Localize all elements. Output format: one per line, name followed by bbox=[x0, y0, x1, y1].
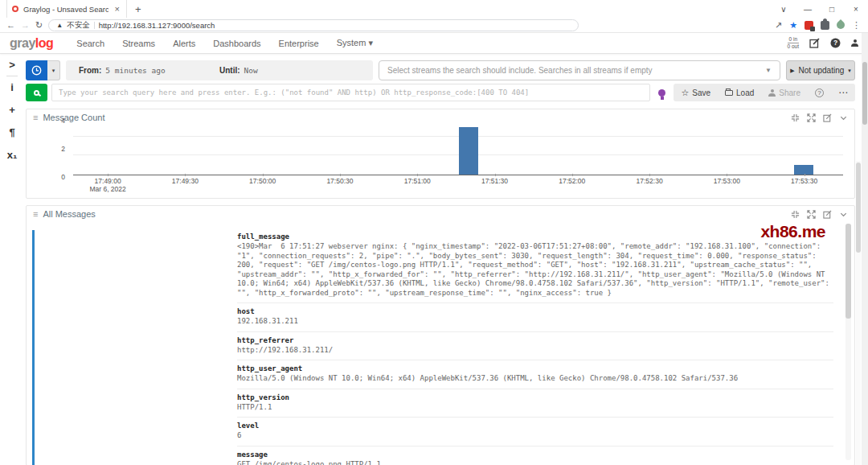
nav-item-enterprise[interactable]: Enterprise bbox=[270, 39, 328, 48]
widget-scrollbar[interactable] bbox=[845, 224, 851, 460]
time-range-display[interactable]: From: 5 minutes ago Until: Now bbox=[66, 60, 373, 80]
url-divider bbox=[94, 22, 95, 29]
field-name[interactable]: level bbox=[237, 422, 833, 430]
x-tick-label: 17:52:30 bbox=[637, 177, 663, 185]
graylog-navbar: graylog SearchStreamsAlertsDashboardsEnt… bbox=[0, 33, 868, 54]
expand-icon[interactable] bbox=[807, 113, 816, 122]
graylog-favicon-icon bbox=[12, 6, 18, 12]
field-name[interactable]: http_user_agent bbox=[237, 364, 833, 372]
field-name[interactable]: http_referrer bbox=[237, 336, 833, 344]
compose-icon[interactable] bbox=[809, 38, 820, 48]
chevron-down-icon: ▼ bbox=[765, 67, 772, 74]
highlighting-icon[interactable]: ¶ bbox=[9, 127, 14, 138]
navbar-right: 0 in 0 out ? bbox=[788, 36, 858, 50]
query-row: ☆ Save Load Share ? ⋯ bbox=[26, 84, 855, 101]
time-range-type-button[interactable] bbox=[26, 60, 47, 80]
message-field: host192.168.31.211 bbox=[237, 303, 833, 332]
search-actions: ☆ Save Load Share ? ⋯ bbox=[674, 84, 855, 101]
create-icon[interactable]: + bbox=[9, 105, 15, 115]
star-icon: ☆ bbox=[681, 88, 689, 98]
share-person-icon bbox=[768, 89, 776, 97]
help-icon[interactable]: ? bbox=[830, 38, 841, 48]
share-icon[interactable]: ↗ bbox=[775, 20, 782, 31]
x-tick-mark bbox=[649, 174, 650, 176]
x-tick-mark bbox=[417, 174, 418, 176]
field-name[interactable]: host bbox=[237, 307, 833, 315]
query-input[interactable] bbox=[51, 84, 650, 101]
nav-item-alerts[interactable]: Alerts bbox=[164, 39, 204, 48]
reload-button[interactable]: ↻ bbox=[35, 20, 43, 31]
x-tick-label: 17:52:00 bbox=[559, 177, 585, 185]
save-button[interactable]: ☆ Save bbox=[674, 84, 718, 101]
nav-item-dashboards[interactable]: Dashboards bbox=[204, 39, 269, 48]
x-tick-label: 17:53:30 bbox=[791, 177, 817, 185]
info-icon[interactable]: i bbox=[10, 82, 14, 93]
url-box[interactable]: ▲ 不安全 http://192.168.31.127:9000/search bbox=[48, 19, 579, 31]
time-range-row: ▾ From: 5 minutes ago Until: Now Select … bbox=[26, 60, 855, 80]
tab-search-chevron-icon[interactable]: ∨ bbox=[772, 5, 796, 14]
user-avatar-icon[interactable] bbox=[851, 39, 858, 47]
page-scrollbar[interactable] bbox=[862, 33, 868, 465]
field-value: HTTP/1.1 bbox=[237, 403, 833, 413]
extension-green-icon[interactable] bbox=[835, 19, 846, 31]
bookmark-star-icon[interactable]: ★ bbox=[789, 20, 797, 31]
widget-title: All Messages bbox=[43, 209, 95, 219]
nav-item-streams[interactable]: Streams bbox=[113, 39, 164, 48]
message-field: level6 bbox=[237, 418, 833, 446]
field-name[interactable]: http_version bbox=[237, 393, 833, 401]
x-tick-mark bbox=[495, 174, 496, 176]
tab-strip: Graylog - Unsaved Search × + ∨ — □ × bbox=[0, 0, 868, 18]
edit-icon[interactable] bbox=[823, 113, 832, 122]
fields-icon[interactable]: x₁ bbox=[7, 150, 18, 160]
field-name[interactable]: message bbox=[237, 451, 833, 459]
nav-item-system[interactable]: System ▾ bbox=[328, 38, 382, 48]
refresh-button[interactable]: ▶ Not updating ▾ bbox=[786, 60, 855, 80]
more-actions-button[interactable]: ⋯ bbox=[831, 84, 855, 101]
address-bar: ← → ↻ ▲ 不安全 http://192.168.31.127:9000/s… bbox=[0, 18, 868, 33]
load-button[interactable]: Load bbox=[718, 84, 761, 101]
browser-menu-icon[interactable]: ⋮ bbox=[852, 20, 862, 31]
time-range-caret-button[interactable]: ▾ bbox=[47, 60, 60, 80]
collapse-icon[interactable] bbox=[839, 210, 848, 219]
field-name[interactable]: full_message bbox=[237, 232, 833, 241]
search-sidebar-rail: >i+¶x₁ bbox=[0, 54, 24, 465]
share-button[interactable]: Share bbox=[761, 84, 808, 101]
url-text: http://192.168.31.127:9000/search bbox=[99, 21, 215, 30]
until-label: Until: bbox=[219, 66, 240, 75]
throughput-indicator: 0 in 0 out bbox=[788, 36, 799, 50]
minimize-button[interactable]: — bbox=[796, 5, 820, 14]
new-tab-button[interactable]: + bbox=[127, 3, 149, 15]
browser-tab[interactable]: Graylog - Unsaved Search × bbox=[6, 0, 127, 18]
window-close-button[interactable]: × bbox=[844, 5, 868, 14]
message-count-chart: 02417:49:00Mar 6, 202217:49:3017:50:0017… bbox=[31, 126, 850, 196]
graylog-logo[interactable]: graylog bbox=[10, 36, 53, 51]
drag-handle-icon[interactable]: ≡ bbox=[33, 209, 38, 219]
field-value: 192.168.31.211 bbox=[237, 317, 833, 327]
focus-icon[interactable] bbox=[791, 113, 800, 122]
collapse-icon[interactable] bbox=[839, 113, 848, 122]
content-scrollbar[interactable] bbox=[856, 161, 861, 465]
search-help-button[interactable]: ? bbox=[808, 84, 831, 101]
x-tick-label: 17:49:30 bbox=[172, 177, 199, 185]
streams-select[interactable]: Select streams the search should include… bbox=[379, 60, 780, 80]
edit-icon[interactable] bbox=[823, 210, 832, 219]
lightbulb-icon[interactable] bbox=[658, 89, 665, 97]
maximize-button[interactable]: □ bbox=[820, 5, 844, 14]
message-field: http_versionHTTP/1.1 bbox=[237, 389, 833, 418]
security-label: 不安全 bbox=[67, 20, 90, 31]
extension-red-icon[interactable] bbox=[805, 21, 813, 30]
tab-close-icon[interactable]: × bbox=[113, 4, 121, 14]
x-tick-mark bbox=[185, 174, 186, 176]
forward-button[interactable]: → bbox=[21, 20, 30, 30]
expand-sidebar-icon[interactable]: > bbox=[9, 60, 15, 70]
nav-item-search[interactable]: Search bbox=[68, 39, 113, 48]
search-button[interactable] bbox=[26, 84, 47, 101]
expand-icon[interactable] bbox=[807, 210, 816, 219]
x-tick-mark bbox=[805, 174, 805, 176]
focus-icon[interactable] bbox=[791, 210, 800, 219]
back-button[interactable]: ← bbox=[6, 20, 15, 30]
y-tick-label: 4 bbox=[33, 117, 65, 125]
field-value: GET /img/centos-logo.png HTTP/1.1 bbox=[237, 460, 833, 465]
extensions-puzzle-icon[interactable] bbox=[821, 21, 829, 30]
field-value: Mozilla/5.0 (Windows NT 10.0; Win64; x64… bbox=[237, 374, 833, 384]
